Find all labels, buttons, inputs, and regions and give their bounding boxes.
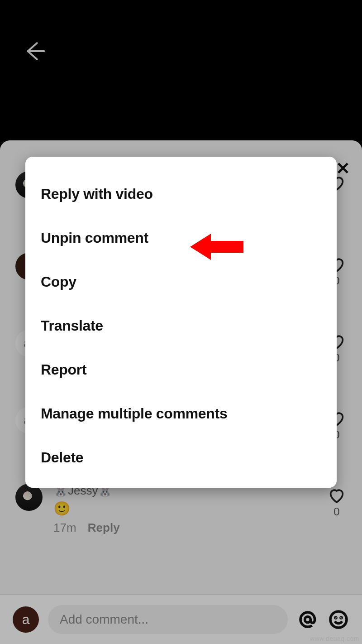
action-translate[interactable]: Translate xyxy=(41,304,321,348)
action-manage-multiple[interactable]: Manage multiple comments xyxy=(41,392,321,436)
action-report[interactable]: Report xyxy=(41,348,321,392)
back-arrow-icon xyxy=(22,39,46,63)
video-top-area xyxy=(0,0,362,140)
action-delete[interactable]: Delete xyxy=(41,436,321,480)
annotation-arrow xyxy=(190,231,244,264)
action-copy[interactable]: Copy xyxy=(41,260,321,304)
watermark: www.deuaq.com xyxy=(310,635,359,642)
back-button[interactable] xyxy=(22,39,46,63)
red-arrow-icon xyxy=(190,231,244,263)
action-reply-with-video[interactable]: Reply with video xyxy=(41,172,321,216)
screen-root: ✕ 0 al xyxy=(0,0,362,644)
comments-sheet: ✕ 0 al xyxy=(0,140,362,644)
svg-marker-5 xyxy=(190,234,243,260)
comment-action-sheet: Reply with video Unpin comment Copy Tran… xyxy=(25,157,337,488)
action-unpin-comment[interactable]: Unpin comment xyxy=(41,216,321,260)
